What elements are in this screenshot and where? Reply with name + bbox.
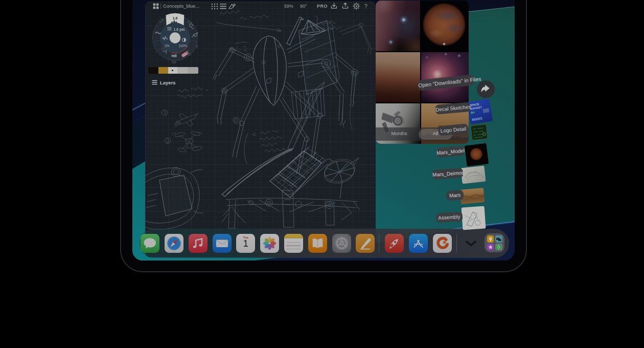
svg-text:0%: 0% [165,44,170,48]
svg-text:90°: 90° [300,4,307,9]
svg-text:1.6: 1.6 [172,16,177,20]
svg-text:MARS: MARS [472,116,483,121]
svg-text:Layers: Layers [160,80,176,85]
svg-text:?: ? [364,3,367,9]
svg-text:PRO: PRO [317,4,328,9]
svg-text:R≡: R≡ [471,111,475,115]
svg-text:59%: 59% [284,4,293,9]
svg-text:6'8: 6'8 [171,60,176,64]
svg-text:100%: 100% [178,44,187,48]
svg-text:1.6 pts: 1.6 pts [173,28,185,32]
svg-text:Concepts_blue...: Concepts_blue... [163,3,199,9]
